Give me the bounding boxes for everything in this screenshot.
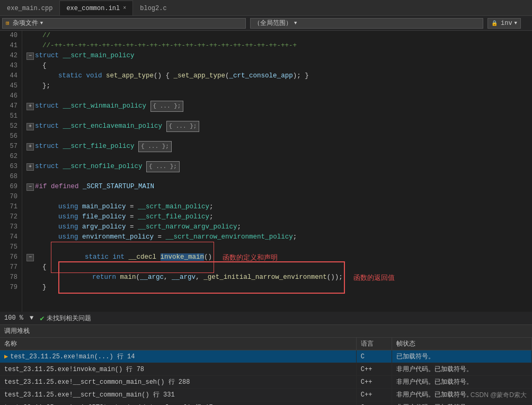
status-check: ✔ 未找到相关问题 (40, 314, 91, 323)
code-line-47: +struct __scrt_winmain_policy { ... }; (26, 101, 528, 111)
line-num: 79 (2, 283, 17, 293)
zoom-arrow-icon: ▼ (30, 314, 33, 322)
zoom-level: 100 % (4, 314, 23, 322)
tab-exe-common[interactable]: exe_common.inl × (59, 1, 133, 15)
call-state: 非用户代码。已加载符号。 (392, 401, 532, 406)
col-name: 名称 (0, 338, 356, 350)
file-dropdown[interactable]: ⊞ 杂项文件 ▼ (2, 18, 246, 29)
fold-icon[interactable]: − (26, 52, 34, 60)
callstack-row[interactable]: test_23.11.25.exe!invoke_main() 行 78 C++… (0, 363, 532, 376)
inv-dropdown[interactable]: 🔒 inv ▼ (487, 18, 521, 29)
code-line-73: using argv_policy = __scrt_narrow_argv_p… (26, 222, 528, 232)
code-line-52: +struct __scrt_enclavemain_policy { ... … (26, 121, 528, 131)
toolbar-row: ⊞ 杂项文件 ▼ （全局范围） ▼ 🔒 inv ▼ (0, 16, 532, 31)
code-line-40: // (26, 31, 528, 41)
tab-bar: exe_main.cpp exe_common.inl × blog2.c (0, 0, 532, 16)
line-num: 40 (2, 31, 17, 41)
call-lang: C++ (356, 401, 392, 406)
code-line-42: −struct __scrt_main_policy (26, 51, 528, 61)
call-state: 非用户代码。已加载符号。 (392, 363, 532, 376)
code-line-63: +struct __scrt_nofile_policy { ... }; (26, 162, 528, 172)
line-num: 43 (2, 61, 17, 71)
line-num: 73 (2, 222, 17, 232)
code-line-74: using environment_policy = __scrt_narrow… (26, 232, 528, 242)
callstack-header: 调用堆栈 (0, 325, 532, 338)
code-line-45: }; (26, 81, 528, 91)
fold-placeholder: { ... }; (150, 101, 184, 112)
scope-dropdown[interactable]: （全局范围） ▼ (250, 18, 483, 29)
status-bar: 100 % ▼ ✔ 未找到相关问题 (0, 312, 532, 324)
code-line-57: +struct __scrt_file_policy { ... }; (26, 142, 528, 152)
fold-placeholder: { ... }; (146, 161, 180, 172)
callstack-header-row: 名称 语言 帧状态 (0, 338, 532, 350)
callstack-title: 调用堆栈 (4, 327, 30, 336)
code-line-70 (26, 192, 528, 202)
check-icon: ✔ (40, 314, 44, 323)
callstack-row[interactable]: ▶test_23.11.25.exe!main(...) 行 14 C 已加载符… (0, 350, 532, 363)
line-numbers: 40 41 42 43 44 45 46 47 51 52 56 57 62 6… (0, 31, 22, 312)
code-line-62 (26, 152, 528, 162)
code-line-44: static void set_app_type() { _set_app_ty… (26, 71, 528, 81)
fold-icon[interactable]: + (26, 143, 34, 151)
code-line-43: { (26, 61, 528, 71)
line-num: 52 (2, 121, 17, 131)
fold-icon[interactable]: + (26, 163, 34, 171)
code-line-69: −#if defined _SCRT_STARTUP_MAIN (26, 182, 528, 192)
call-state: 已加载符号。 (392, 350, 532, 363)
line-num: 77 (2, 262, 17, 272)
line-num: 41 (2, 41, 17, 51)
line-num: 44 (2, 71, 17, 81)
inv-arrow-icon: ▼ (515, 21, 517, 26)
tab-label: exe_main.cpp (7, 5, 52, 12)
watermark: CSDN @蒙奇D索大 (471, 391, 527, 400)
line-num: 47 (2, 101, 17, 111)
file-dropdown-label: 杂项文件 (13, 19, 38, 28)
line-num: 46 (2, 91, 17, 101)
file-dropdown-arrow-icon: ▼ (40, 21, 43, 26)
code-line-71: using main_policy = __scrt_main_policy; (26, 202, 528, 212)
call-name: ▶test_23.11.25.exe!main(...) 行 14 (0, 350, 356, 363)
fold-placeholder: { ... }; (166, 121, 200, 132)
line-num: 62 (2, 152, 17, 162)
tab-label: exe_common.inl (66, 5, 120, 12)
line-num: 45 (2, 81, 17, 91)
fold-icon[interactable]: − (26, 254, 34, 261)
line-num: 71 (2, 202, 17, 212)
code-line-78: return main(__argc, __argv, _get_initial… (26, 272, 528, 283)
call-lang: C++ (356, 363, 392, 376)
line-num: 76 (2, 252, 17, 262)
col-lang: 语言 (356, 338, 392, 350)
status-label: 未找到相关问题 (47, 314, 91, 323)
code-line-41: //-++-++-++-++-++-++-++-++-++-++-++-++-+… (26, 41, 528, 51)
line-num: 42 (2, 51, 17, 61)
tab-label: blog2.c (140, 5, 166, 12)
call-name: test_23.11.25.exe!__scrt_common_main() 行… (0, 389, 356, 401)
tab-close-icon[interactable]: × (123, 5, 126, 11)
scope-dropdown-label: （全局范围） (254, 19, 292, 28)
fold-icon[interactable]: + (26, 103, 34, 110)
fold-icon[interactable]: + (26, 123, 34, 130)
fold-placeholder: { ... }; (138, 141, 172, 152)
call-name: test_23.11.25.exe!invoke_main() 行 78 (0, 363, 356, 376)
line-num: 68 (2, 172, 17, 182)
callstack-row[interactable]: test_23.11.25.exe!__scrt_common_main() 行… (0, 389, 532, 401)
line-num: 63 (2, 162, 17, 172)
callstack-table: 名称 语言 帧状态 ▶test_23.11.25.exe!main(...) 行… (0, 338, 532, 405)
code-line-46 (26, 91, 528, 101)
callstack-row[interactable]: test_23.11.25.exe!__scrt_common_main_seh… (0, 376, 532, 389)
code-line-68 (26, 172, 528, 182)
call-lang: C++ (356, 376, 392, 389)
tab-blog2[interactable]: blog2.c (133, 1, 173, 15)
return-statement-box: return main(__argc, __argv, _get_initial… (58, 261, 345, 294)
call-name: test_23.11.25.exe!mainCRTStartup(void * … (0, 401, 356, 406)
callstack-row[interactable]: test_23.11.25.exe!mainCRTStartup(void * … (0, 401, 532, 406)
call-lang: C++ (356, 389, 392, 401)
inv-label: inv (501, 20, 512, 27)
col-state: 帧状态 (392, 338, 532, 350)
fold-icon[interactable]: − (26, 183, 34, 191)
line-num: 72 (2, 212, 17, 222)
callstack-panel: 调用堆栈 名称 语言 帧状态 ▶test_23.11.25.exe!main(.… (0, 324, 532, 405)
tab-exe-main[interactable]: exe_main.cpp (0, 1, 59, 15)
line-num: 70 (2, 192, 17, 202)
code-line-72: using file_policy = __scrt_file_policy; (26, 212, 528, 222)
